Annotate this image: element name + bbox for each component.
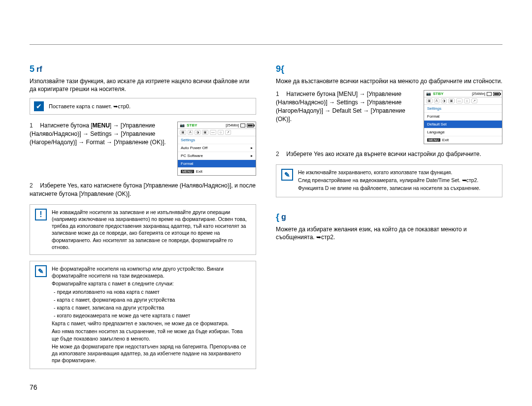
chevron-icon: ▸ [251,154,253,158]
menu-settings[interactable]: Settings [178,136,256,144]
warn-note-box: ! Не изваждайте носителя за записване и … [30,204,256,255]
left-column: 5 rf Използвайте тази функция, ако искат… [30,64,256,369]
language-intro: Можете да избирате желания език, на койт… [276,225,502,241]
left-title-rest: rf [36,65,42,74]
menu-pcsoft[interactable]: PC Software▸ [178,152,256,160]
left-title-accent: 5 [30,64,34,74]
camera-topbar: 📷 STBY [254Min] [424,91,502,97]
left-intro: Използвайте тази функция, ако искате да … [30,77,256,93]
camera-mode-icon: 📷 [426,92,431,96]
menu-format[interactable]: Format [178,160,256,168]
default-set-info-box: ✎ Не изключвайте захранването, когато из… [276,164,502,197]
insert-card-box: ✔ Поставете карта с памет. ➥стр0. [30,98,256,115]
default-set-info-list: Не изключвайте захранването, когато изпо… [298,169,480,193]
default-set-intro: Може да възстановите всички настройки на… [276,77,502,85]
stby-label: STBY [433,92,443,96]
right-step1: 1 Натиснете бутона [MENU] → [Управление … [276,90,417,144]
info-note-box: ✎ Не форматирайте носителя на компютър и… [30,261,256,369]
step-num-1: 1 [276,90,283,98]
camera-nav-icons: ▣A◑▣—☼↗ [178,129,256,136]
left-step1-row: 1 Натиснете бутона [MENU] → [Управление … [30,122,256,176]
warning-icon: ! [35,209,47,220]
top-rule [30,44,502,45]
card-icon [240,124,245,127]
menu-exit[interactable]: MENU Exit [178,168,256,175]
info-note-list: Не форматирайте носителя на компютър или… [52,265,251,365]
right-camera-ui: 📷 STBY [254Min] ▣A◑▣—☼↗ Settings [424,90,502,144]
language-title: { g [276,212,502,222]
time-remaining: [254Min] [226,124,239,127]
step-num-2: 2 [30,182,36,190]
menu-autopower[interactable]: Auto Power Off▸ [178,144,256,152]
camera-topbar: 📷 STBY [254Min] [178,122,256,129]
right-step2: 2 Изберете Yes ако искате да върнете вси… [276,150,502,158]
step-num-1: 1 [30,122,36,130]
left-step2: 2 Изберете Yes, като натиснете бутона [У… [30,182,256,198]
battery-icon [493,92,500,96]
default-set-section: 9{ Може да възстановите всички настройки… [276,64,502,197]
right-step1-row: 1 Натиснете бутона [MENU] → [Управление … [276,90,502,144]
battery-icon [247,124,254,127]
right-step2-row: 2 Изберете Yes ако искате да върнете вси… [276,150,502,158]
menu-settings[interactable]: Settings [424,105,502,113]
stby-label: STBY [187,123,197,127]
info-icon: ✎ [281,169,293,181]
left-title: 5 rf [30,64,256,74]
card-icon [487,92,492,96]
menu-default-set[interactable]: Default Set [424,121,502,128]
chevron-icon: ▸ [251,146,253,150]
insert-card-text: Поставете карта с памет. ➥стр0. [49,103,131,110]
default-set-title: 9{ [276,64,502,74]
language-section: { g Можете да избирате желания език, на … [276,212,502,241]
left-step1: 1 Натиснете бутона [MENU] → [Управление … [30,122,170,176]
step-num-2: 2 [276,150,283,158]
check-icon: ✔ [34,101,44,111]
menu-format-mini[interactable]: Format [424,113,502,121]
menu-exit[interactable]: MENU Exit [424,136,502,144]
left-camera-ui: 📷 STBY [254Min] ▣A◑▣—☼↗ Settings [177,122,256,176]
time-remaining: [254Min] [472,92,485,95]
camera-mode-icon: 📷 [180,123,185,127]
camera-nav-icons: ▣A◑▣—☼↗ [424,97,502,105]
menu-language[interactable]: Language [424,128,502,136]
left-step2-row: 2 Изберете Yes, като натиснете бутона [У… [30,182,256,198]
right-column: 9{ Може да възстановите всички настройки… [276,64,502,369]
info-icon: ✎ [35,265,47,277]
warn-note-text: Не изваждайте носителя за записване и не… [52,209,251,250]
page-number: 76 [30,383,37,391]
